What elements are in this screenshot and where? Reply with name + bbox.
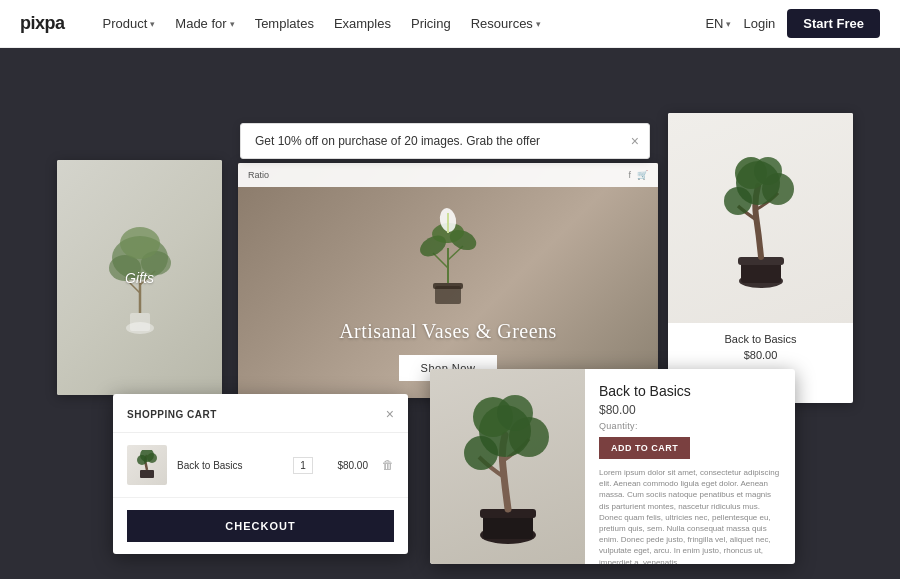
svg-point-35 [464, 436, 498, 470]
cart-item-name: Back to Basics [177, 460, 283, 471]
nav-templates[interactable]: Templates [247, 12, 322, 35]
navbar: pixpa Product ▾ Made for ▾ Templates Exa… [0, 0, 900, 48]
hero-bg: Ratio f 🛒 [238, 163, 658, 398]
nav-resources[interactable]: Resources ▾ [463, 12, 549, 35]
cart-item-bonsai-icon [132, 450, 162, 480]
cart-item-price: $80.00 [323, 460, 368, 471]
svg-rect-32 [483, 515, 533, 539]
shopping-cart: SHOPPING CART × Back to Basics 1 $80.00 … [113, 394, 408, 554]
svg-rect-1 [130, 313, 150, 331]
product-info-top-right: Back to Basics $80.00 [668, 323, 853, 369]
gifts-card: Gifts [57, 160, 222, 395]
add-to-cart-button[interactable]: ADD TO CART [599, 437, 690, 459]
hero-navbar: Ratio f 🛒 [238, 163, 658, 187]
peace-lily-icon [413, 198, 483, 308]
product-name-top-right: Back to Basics [678, 333, 843, 345]
chevron-down-icon: ▾ [230, 19, 235, 29]
svg-line-12 [433, 253, 448, 268]
cart-header: SHOPPING CART × [113, 394, 408, 433]
hero-card: Ratio f 🛒 [238, 163, 658, 398]
nav-made-for[interactable]: Made for ▾ [167, 12, 242, 35]
product-image-top-right [668, 113, 853, 323]
cart-item-image [127, 445, 167, 485]
product-price-top-right: $80.00 [678, 349, 843, 361]
checkout-button[interactable]: CHECKOUT [127, 510, 394, 542]
notification-text: Get 10% off on purchase of 20 images. Gr… [255, 134, 540, 148]
product-detail-image [430, 369, 585, 564]
hero-social-icon: f [628, 170, 631, 180]
bonsai-icon [716, 141, 806, 296]
cart-title: SHOPPING CART [127, 409, 217, 420]
logo[interactable]: pixpa [20, 13, 65, 34]
hero-cart-icon: 🛒 [637, 170, 648, 180]
login-button[interactable]: Login [743, 16, 775, 31]
svg-point-38 [497, 395, 533, 431]
gifts-label: Gifts [125, 270, 154, 286]
product-detail-title: Back to Basics [599, 383, 781, 399]
svg-point-29 [137, 455, 147, 465]
chevron-down-icon: ▾ [726, 19, 731, 29]
nav-right: EN ▾ Login Start Free [705, 9, 880, 38]
svg-rect-27 [140, 470, 154, 478]
product-detail-price: $80.00 [599, 403, 781, 417]
svg-point-23 [724, 187, 752, 215]
language-selector[interactable]: EN ▾ [705, 16, 731, 31]
notification-close-button[interactable]: × [631, 133, 639, 149]
hero-brand: Ratio [248, 170, 269, 180]
start-free-button[interactable]: Start Free [787, 9, 880, 38]
hero-title: Artisanal Vases & Greens [339, 320, 557, 343]
nav-links: Product ▾ Made for ▾ Templates Examples … [95, 12, 706, 35]
svg-rect-10 [433, 283, 463, 289]
chevron-down-icon: ▾ [150, 19, 155, 29]
svg-point-8 [120, 227, 160, 259]
cart-item: Back to Basics 1 $80.00 🗑 [113, 433, 408, 498]
nav-pricing[interactable]: Pricing [403, 12, 459, 35]
hero-plant [413, 198, 483, 312]
nav-product[interactable]: Product ▾ [95, 12, 164, 35]
gifts-card-inner: Gifts [57, 160, 222, 395]
product-detail-card: Back to Basics $80.00 Quantity: ADD TO C… [430, 369, 795, 564]
hero-nav-icons: f 🛒 [628, 170, 648, 180]
svg-point-26 [754, 157, 782, 185]
cart-item-delete-button[interactable]: 🗑 [382, 458, 394, 472]
product-detail-bonsai-icon [453, 387, 563, 547]
cart-item-quantity[interactable]: 1 [293, 457, 313, 474]
product-card-top-right: Back to Basics $80.00 [668, 113, 853, 403]
svg-point-30 [147, 453, 157, 463]
main-area: Get 10% off on purchase of 20 images. Gr… [0, 48, 900, 579]
cart-close-button[interactable]: × [386, 406, 394, 422]
product-detail-qty-label: Quantity: [599, 421, 781, 431]
nav-examples[interactable]: Examples [326, 12, 399, 35]
product-detail-description: Lorem ipsum dolor sit amet, consectetur … [599, 467, 781, 564]
product-detail-info: Back to Basics $80.00 Quantity: ADD TO C… [585, 369, 795, 564]
chevron-down-icon: ▾ [536, 19, 541, 29]
notification-bar: Get 10% off on purchase of 20 images. Gr… [240, 123, 650, 159]
